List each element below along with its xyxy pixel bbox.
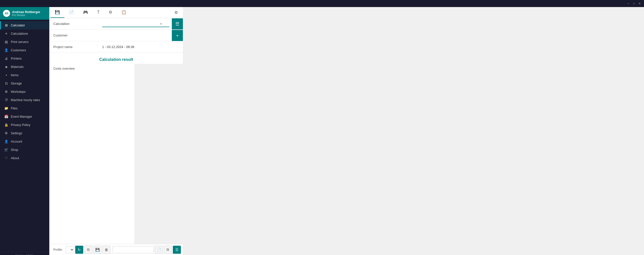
sidebar-icon-print-servers: ▤ [4, 40, 8, 44]
result-area: Calculation result Costs overview [49, 53, 183, 244]
sidebar-item-worksteps[interactable]: ⚙ Worksteps [0, 88, 49, 96]
sidebar-icon-storage: ⊡ [4, 81, 8, 85]
sidebar-label-settings: Settings [11, 132, 22, 135]
sidebar-label-customers: Customers [11, 49, 26, 52]
window-chrome: ─ □ ✕ [0, 0, 644, 7]
sidebar-item-calculations[interactable]: ≡ Calculations [0, 29, 49, 38]
app-name: Andreas Rettberger [12, 10, 40, 14]
bottom-clone-icon: ⧉ [167, 247, 169, 252]
sidebar-item-account[interactable]: 👤 Account [0, 137, 49, 146]
tab-tab2[interactable]: 📄 [64, 7, 78, 18]
sidebar: AR Andreas Rettberger Pro Version ⊞ Calc… [0, 7, 49, 255]
refresh-button[interactable]: ↻ [75, 246, 83, 254]
sidebar-label-privacy-policy: Privacy Policy [11, 123, 30, 127]
calculation-save-button[interactable]: ☰ [172, 18, 183, 29]
calculation-row: Calculation ▾ ☰ [49, 18, 183, 30]
sidebar-label-materials: Materials [11, 65, 24, 69]
sidebar-icon-event-manager: 📅 [4, 115, 8, 118]
sidebar-item-settings[interactable]: ⚙ Settings [0, 129, 49, 137]
tab-icon-tab4: T [97, 10, 100, 15]
sidebar-item-materials[interactable]: ◈ Materials [0, 63, 49, 71]
sidebar-icon-calculator: ⊞ [4, 23, 8, 27]
sidebar-icon-materials: ◈ [4, 65, 8, 69]
tab-tab1[interactable]: 💾 [50, 7, 64, 18]
result-body: Costs overview [49, 64, 183, 244]
tab-tab4[interactable]: T [93, 7, 104, 18]
sidebar-label-calculations: Calculations [11, 32, 28, 35]
refresh-icon: ↻ [78, 248, 81, 252]
delete-button[interactable]: 🗑 [102, 246, 110, 254]
sidebar-icon-privacy-policy: 🔒 [4, 123, 8, 127]
sidebar-label-shop: Shop [11, 148, 18, 152]
sidebar-item-print-servers[interactable]: ▤ Print servers [0, 38, 49, 46]
save-icon: ☰ [175, 21, 179, 27]
tab-tab5[interactable]: ⚙ [104, 7, 117, 18]
bottom-confirm-button[interactable]: ☰ [173, 246, 181, 254]
add-icon: ＋ [175, 32, 180, 38]
project-name-input[interactable] [102, 44, 180, 50]
sidebar-icon-account: 👤 [4, 140, 8, 143]
copy-button[interactable]: ⧉ [84, 246, 92, 254]
sidebar-item-event-manager[interactable]: 📅 Event Manager [0, 112, 49, 121]
form-section: Calculation ▾ ☰ Customer [49, 18, 183, 53]
app-version: Pro Version [12, 14, 40, 17]
sidebar-item-calculator[interactable]: ⊞ Calculator [0, 21, 49, 29]
result-chart-area [135, 64, 183, 244]
sidebar-label-account: Account [11, 140, 22, 143]
customer-add-button[interactable]: ＋ [172, 30, 183, 41]
bottom-new-button[interactable]: 📄 [155, 246, 163, 254]
minimize-button[interactable]: ─ [626, 2, 631, 6]
tab-tab3[interactable]: 🎮 [78, 7, 93, 18]
customer-input-area [100, 31, 172, 40]
customer-label: Customer [49, 31, 100, 40]
project-name-input-area [100, 42, 183, 51]
save-profile-button[interactable]: 💾 [93, 246, 101, 254]
project-name-label: Project name [49, 42, 100, 51]
sidebar-item-storage[interactable]: ⊡ Storage [0, 79, 49, 88]
settings-top-icon[interactable]: ⚙ [172, 7, 180, 18]
calculation-input-area: ▾ [100, 19, 172, 28]
sidebar-item-privacy-policy[interactable]: 🔒 Privacy Policy [0, 121, 49, 129]
sidebar-icon-about: ♡ [4, 156, 8, 160]
sidebar-item-items[interactable]: ▪ Items [0, 71, 49, 79]
sidebar-icon-calculations: ≡ [4, 32, 8, 35]
sidebar-item-printers[interactable]: 🖨 Printers [0, 54, 49, 63]
sidebar-item-files[interactable]: 📁 Files [0, 104, 49, 112]
sidebar-nav: ⊞ Calculator ≡ Calculations ▤ Print serv… [0, 20, 49, 252]
app-logo: AR [3, 10, 10, 17]
sidebar-label-event-manager: Event Manager [11, 115, 32, 118]
tab-icon-tab3: 🎮 [83, 10, 88, 15]
tab-icon-tab2: 📄 [69, 10, 74, 15]
sidebar-label-storage: Storage [11, 82, 22, 85]
close-button[interactable]: ✕ [637, 2, 642, 6]
sidebar-item-machine-hourly-rates[interactable]: ⏱ Machine hourly rates [0, 96, 49, 104]
bottom-new-icon: 📄 [157, 248, 161, 252]
customer-row: Customer ＋ [49, 30, 183, 41]
profile-select[interactable] [66, 246, 74, 253]
sidebar-label-worksteps: Worksteps [11, 90, 26, 94]
main-content: 💾📄🎮T⚙📋 ⚙ Calculation ▾ ☰ [49, 7, 183, 255]
calculation-input[interactable] [102, 21, 169, 27]
sidebar-icon-settings: ⚙ [4, 131, 8, 135]
customer-input[interactable] [102, 32, 169, 38]
bottom-clone-button[interactable]: ⧉ [164, 246, 172, 254]
bottom-confirm-icon: ☰ [175, 248, 179, 252]
project-name-row: Project name [49, 41, 183, 53]
sidebar-item-shop[interactable]: 🛒 Shop [0, 146, 49, 154]
sidebar-item-customers[interactable]: 👤 Customers [0, 46, 49, 54]
tab-icon-tab5: ⚙ [109, 10, 112, 15]
sidebar-label-printers: Printers [11, 57, 22, 60]
tab-tab6[interactable]: 📋 [117, 7, 131, 18]
result-title: Calculation result [49, 53, 183, 64]
sidebar-label-print-servers: Print servers [11, 40, 28, 44]
sidebar-header: AR Andreas Rettberger Pro Version [0, 7, 49, 20]
sidebar-item-about[interactable]: ♡ About [0, 154, 49, 162]
sidebar-label-items: Items [11, 73, 19, 77]
maximize-button[interactable]: □ [631, 2, 636, 6]
bottom-text-input[interactable] [112, 246, 154, 253]
sidebar-label-files: Files [11, 107, 17, 110]
sidebar-label-about: About [11, 156, 19, 160]
sidebar-icon-customers: 👤 [4, 48, 8, 52]
tab-icon-tab6: 📋 [121, 10, 126, 15]
sidebar-footer: Version - 1.0.0.1 Open Source - © GitHub [0, 252, 49, 255]
